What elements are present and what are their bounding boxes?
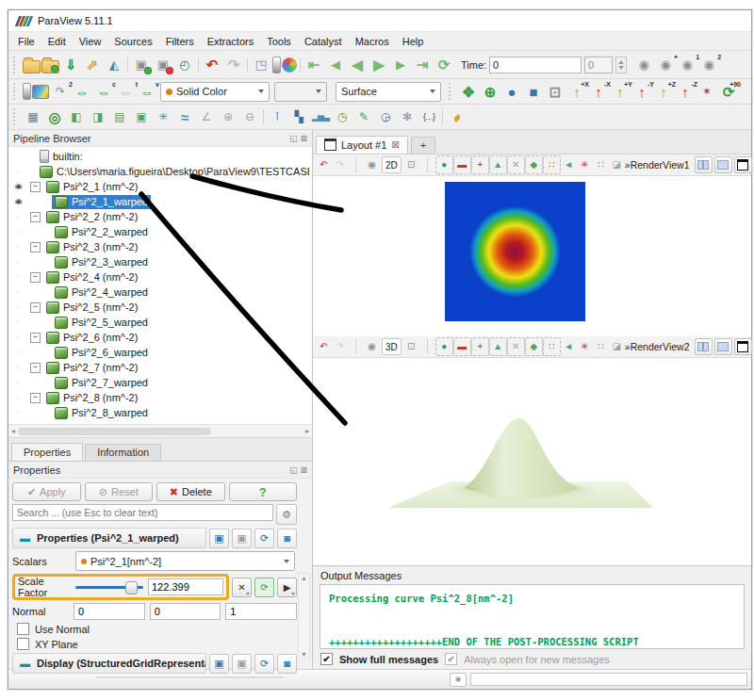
select-points-polygon-icon[interactable]: ◆ <box>525 155 543 174</box>
zoom-to-box-icon[interactable]: ⊡ <box>545 82 566 102</box>
loop-icon[interactable]: ⟳ <box>434 55 454 74</box>
scroll-right-icon[interactable]: ▸ <box>305 427 309 435</box>
visibility-eye-icon[interactable] <box>11 333 25 342</box>
ignore-changes-icon[interactable]: ▣ <box>153 55 173 74</box>
frame-spinner[interactable] <box>615 57 627 73</box>
pipeline-item-psi-8-warped[interactable]: Psi^2_8_warped <box>8 405 312 420</box>
undo-icon[interactable]: ↶ <box>202 55 222 74</box>
recompute-button[interactable]: ▶ <box>277 578 297 597</box>
search-input[interactable] <box>12 504 273 521</box>
select-block-icon[interactable]: ∷ <box>543 155 561 174</box>
menu-item-sources[interactable]: Sources <box>107 35 158 48</box>
scroll-left-icon[interactable]: ◂ <box>11 427 15 435</box>
group-datasets-icon[interactable]: ⊕ <box>218 107 238 127</box>
split-horizontal-button[interactable] <box>695 338 713 355</box>
interactive-select-cells-icon[interactable]: ◄ <box>561 156 577 173</box>
expander-icon[interactable] <box>30 302 41 313</box>
normal-x-input[interactable] <box>74 603 145 620</box>
open-file-icon[interactable] <box>23 60 41 73</box>
visibility-eye-icon[interactable] <box>11 378 25 387</box>
zoom-to-box-icon[interactable]: ⊡ <box>403 156 419 173</box>
visibility-eye-icon[interactable] <box>11 197 25 206</box>
visibility-eye-icon[interactable] <box>11 363 25 372</box>
save-catalyst-state-icon[interactable]: ◭ <box>104 55 124 74</box>
visibility-eye-icon[interactable] <box>11 287 25 297</box>
time-input[interactable] <box>489 57 582 73</box>
clear-value-button[interactable]: ✕ <box>232 578 252 597</box>
select-points-on-icon[interactable]: ▬ <box>453 337 471 356</box>
color-legend-icon[interactable] <box>272 57 281 73</box>
camera-redo-icon[interactable]: ↷ <box>332 338 348 355</box>
visibility-eye-icon[interactable] <box>11 348 25 357</box>
pipeline-item-psi-5[interactable]: Psi^2_5 (nm^-2) <box>8 300 312 315</box>
restore-defaults-icon[interactable]: ⟳ <box>254 529 274 548</box>
properties-hscrollbar[interactable] <box>95 676 284 678</box>
pipeline-item-psi-1[interactable]: Psi^2_1 (nm^-2) <box>8 179 312 194</box>
gear-icon[interactable]: ⚙ <box>276 504 297 525</box>
save-defaults-icon[interactable]: ◙ <box>277 529 297 548</box>
rescale-data-range-icon[interactable]: ⇔ <box>72 82 92 102</box>
split-vertical-button[interactable] <box>714 338 732 355</box>
slider-handle[interactable] <box>125 581 138 594</box>
plot-over-time-icon[interactable]: ◷ <box>332 107 352 127</box>
rescale-button[interactable]: ⟳ <box>254 578 274 597</box>
split-horizontal-button[interactable] <box>695 156 713 173</box>
pipeline-hscrollbar[interactable]: ◂ ▸ <box>8 425 312 438</box>
glyph-custom-source-icon[interactable]: ✻ <box>397 107 418 127</box>
pipeline-item-psi-4-warped[interactable]: Psi^2_4_warped <box>8 285 312 300</box>
menu-item-tools[interactable]: Tools <box>260 35 298 48</box>
select-points-through-icon[interactable]: ▲ <box>489 337 507 356</box>
last-frame-icon[interactable]: ⇥ <box>412 55 433 74</box>
rescale-custom-range-icon[interactable]: ⇔c <box>93 82 114 102</box>
use-normal-checkbox[interactable] <box>17 623 29 635</box>
visibility-eye-icon[interactable] <box>11 212 25 221</box>
pipeline-item-psi-7-warped[interactable]: Psi^2_7_warped <box>8 375 312 390</box>
scroll-down-icon[interactable]: ▼ <box>301 651 307 658</box>
toolbar-grip[interactable] <box>13 108 19 125</box>
menu-item-catalyst[interactable]: Catalyst <box>298 35 349 48</box>
menu-item-macros[interactable]: Macros <box>349 35 396 48</box>
zoom-to-box-icon[interactable]: ⊡ <box>403 338 419 355</box>
layout-tab[interactable]: Layout #1 ⊠ <box>316 136 408 154</box>
separate-color-map-icon[interactable]: ↷2 <box>50 82 71 102</box>
visibility-eye-icon[interactable] <box>11 167 25 176</box>
clip-icon[interactable]: ◧ <box>66 107 87 127</box>
paste-display-icon[interactable]: ▣ <box>232 654 252 674</box>
scroll-thumb[interactable] <box>18 428 211 435</box>
visibility-eye-icon[interactable] <box>11 302 25 312</box>
set-view-plus-y-icon[interactable]: ↑+Y <box>610 82 631 102</box>
visibility-eye-icon[interactable] <box>11 182 25 191</box>
toolbar-grip[interactable] <box>13 57 19 73</box>
pipeline-item-psi-7[interactable]: Psi^2_7 (nm^-2) <box>8 360 312 375</box>
redo-icon[interactable]: ↷ <box>223 55 244 74</box>
save-display-defaults-icon[interactable]: ◙ <box>277 654 297 674</box>
visibility-eye-icon[interactable] <box>11 242 25 252</box>
menu-item-file[interactable]: File <box>11 35 41 48</box>
pipeline-item-psi-3-warped[interactable]: Psi^2_3_warped <box>8 254 312 269</box>
scale-factor-slider[interactable] <box>75 580 143 594</box>
visibility-eye-icon[interactable] <box>11 272 25 282</box>
representation-combo[interactable]: Surface <box>336 82 441 102</box>
pipeline-item-psi-8[interactable]: Psi^2_8 (nm^-2) <box>8 390 312 405</box>
select-points-through-icon[interactable]: ▲ <box>489 155 507 174</box>
split-vertical-button[interactable] <box>714 156 732 173</box>
select-cells-through-icon[interactable]: + <box>471 337 489 356</box>
hover-cells-icon[interactable]: ◪ <box>609 156 625 173</box>
xy-plane-checkbox[interactable] <box>17 638 29 650</box>
zoom-camera-icon[interactable]: ◉ <box>633 55 654 74</box>
pipeline-item-psi-3[interactable]: Psi^2_3 (nm^-2) <box>8 239 312 254</box>
float-dock-icon[interactable]: ◱ <box>289 134 298 143</box>
pipeline-item-psi-6[interactable]: Psi^2_6 (nm^-2) <box>8 330 312 345</box>
float-dock-icon[interactable]: ◱ <box>289 465 298 475</box>
normal-y-input[interactable] <box>150 603 221 620</box>
camera-1-icon[interactable]: ◉1 <box>677 55 697 74</box>
isometric-view-icon[interactable]: ✶ <box>697 82 717 102</box>
set-view-plus-z-icon[interactable]: ↑+Z <box>653 82 674 102</box>
set-view-plus-x-icon[interactable]: ↑+X <box>566 82 587 102</box>
menu-item-extractors[interactable]: Extractors <box>201 35 261 48</box>
interactive-select-points-icon[interactable]: ✳ <box>577 338 593 355</box>
rescale-visible-range-icon[interactable]: ⇔v <box>137 82 157 102</box>
capture-screenshot-icon[interactable]: ◉ <box>364 156 380 173</box>
tab-information[interactable]: Information <box>85 444 161 461</box>
rescale-temporal-range-icon[interactable]: ⇔t <box>115 82 136 102</box>
